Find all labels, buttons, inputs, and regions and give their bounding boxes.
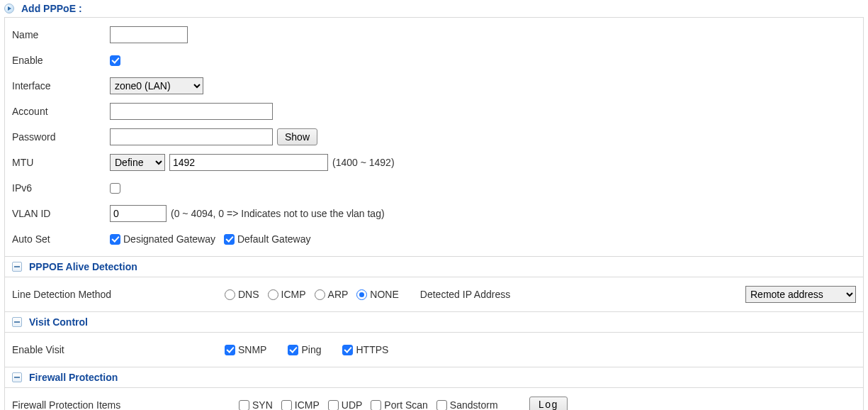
fw-udp-wrap[interactable]: UDP — [328, 399, 363, 410]
enable-checkbox[interactable] — [110, 55, 120, 66]
detect-arp-label: ARP — [328, 289, 349, 300]
visit-https-label: HTTPS — [356, 344, 388, 355]
account-label: Account — [12, 106, 110, 117]
firewall-title: Firewall Protection — [29, 372, 118, 383]
visit-body-panel: Enable Visit SNMP Ping HTTPS — [4, 333, 864, 367]
alive-header-panel: PPPOE Alive Detection — [4, 257, 864, 277]
fw-udp-label: UDP — [342, 399, 363, 410]
visit-snmp-label: SNMP — [238, 344, 266, 355]
fw-icmp-wrap[interactable]: ICMP — [281, 399, 320, 410]
default-gw-wrap[interactable]: Default Gateway — [224, 233, 311, 245]
log-button[interactable]: Log — [529, 397, 568, 410]
default-gw-checkbox[interactable] — [224, 234, 235, 245]
name-label: Name — [12, 29, 110, 40]
fw-udp-checkbox[interactable] — [328, 400, 339, 411]
detect-arp-radio[interactable] — [315, 289, 325, 300]
detect-none-label: NONE — [370, 289, 398, 300]
visit-collapse-icon[interactable] — [12, 317, 22, 327]
show-password-button[interactable]: Show — [277, 128, 317, 145]
visit-header-panel: Visit Control — [4, 312, 864, 333]
fw-portscan-label: Port Scan — [384, 399, 427, 410]
fw-icmp-label: ICMP — [295, 399, 320, 410]
alive-title: PPPOE Alive Detection — [29, 261, 137, 272]
fw-syn-checkbox[interactable] — [239, 400, 249, 411]
fw-sandstorm-checkbox[interactable] — [436, 400, 447, 411]
collapse-icon[interactable] — [4, 4, 14, 13]
ipv6-checkbox[interactable] — [110, 183, 120, 194]
detect-dns-radio[interactable] — [225, 289, 235, 300]
mtu-input[interactable] — [169, 154, 328, 171]
vlan-hint: (0 ~ 4094, 0 => Indicates not to use the… — [171, 208, 385, 219]
autoset-label: Auto Set — [12, 233, 110, 245]
detect-arp-wrap[interactable]: ARP — [315, 289, 349, 300]
vlan-label: VLAN ID — [12, 208, 110, 219]
mtu-label: MTU — [12, 157, 110, 168]
designated-gw-label: Designated Gateway — [123, 233, 215, 245]
visit-https-checkbox[interactable] — [342, 345, 353, 355]
fw-syn-wrap[interactable]: SYN — [239, 399, 273, 410]
detected-ip-select[interactable]: Remote address — [745, 286, 856, 303]
password-label: Password — [12, 131, 110, 143]
mtu-hint: (1400 ~ 1492) — [332, 157, 395, 168]
detect-icmp-label: ICMP — [281, 289, 306, 300]
mtu-mode-select[interactable]: Define — [110, 154, 165, 171]
main-form-panel: Name Enable Interface zone0 (LAN) Accoun… — [4, 17, 864, 257]
alive-body-panel: Line Detection Method DNS ICMP ARP NONE — [4, 277, 864, 312]
password-input[interactable] — [110, 128, 273, 145]
visit-https-wrap[interactable]: HTTPS — [342, 344, 388, 355]
fw-icmp-checkbox[interactable] — [281, 400, 292, 411]
account-input[interactable] — [110, 103, 273, 120]
detect-none-radio[interactable] — [356, 289, 367, 300]
ipv6-label: IPv6 — [12, 182, 110, 194]
detected-ip-label: Detected IP Address — [420, 289, 510, 300]
line-detect-method-label: Line Detection Method — [12, 289, 225, 300]
detect-dns-wrap[interactable]: DNS — [225, 289, 259, 300]
interface-label: Interface — [12, 80, 110, 92]
visit-snmp-wrap[interactable]: SNMP — [225, 344, 266, 355]
firewall-collapse-icon[interactable] — [12, 372, 22, 382]
fw-portscan-wrap[interactable]: Port Scan — [371, 399, 427, 410]
visit-ping-checkbox[interactable] — [288, 345, 298, 355]
default-gw-label: Default Gateway — [237, 233, 311, 245]
detect-icmp-wrap[interactable]: ICMP — [268, 289, 306, 300]
name-input[interactable] — [110, 26, 188, 43]
page-title: Add PPPoE : — [21, 3, 82, 14]
firewall-items-label: Firewall Protection Items — [12, 399, 239, 410]
fw-sandstorm-label: Sandstorm — [450, 399, 498, 410]
detect-icmp-radio[interactable] — [268, 289, 278, 300]
detect-none-wrap[interactable]: NONE — [356, 289, 398, 300]
fw-syn-label: SYN — [252, 399, 273, 410]
visit-ping-label: Ping — [301, 344, 321, 355]
vlan-input[interactable] — [110, 205, 167, 222]
visit-snmp-checkbox[interactable] — [225, 345, 235, 355]
firewall-body-panel: Firewall Protection Items SYN ICMP UDP P… — [4, 388, 864, 410]
visit-ping-wrap[interactable]: Ping — [288, 344, 321, 355]
enable-visit-label: Enable Visit — [12, 344, 225, 355]
alive-collapse-icon[interactable] — [12, 262, 22, 272]
visit-title: Visit Control — [29, 316, 88, 328]
fw-portscan-checkbox[interactable] — [371, 400, 381, 411]
interface-select[interactable]: zone0 (LAN) — [110, 77, 203, 94]
designated-gw-checkbox[interactable] — [110, 234, 120, 245]
designated-gw-wrap[interactable]: Designated Gateway — [110, 233, 215, 245]
detect-dns-label: DNS — [238, 289, 259, 300]
fw-sandstorm-wrap[interactable]: Sandstorm — [436, 399, 498, 410]
enable-label: Enable — [12, 55, 110, 66]
firewall-header-panel: Firewall Protection — [4, 367, 864, 388]
